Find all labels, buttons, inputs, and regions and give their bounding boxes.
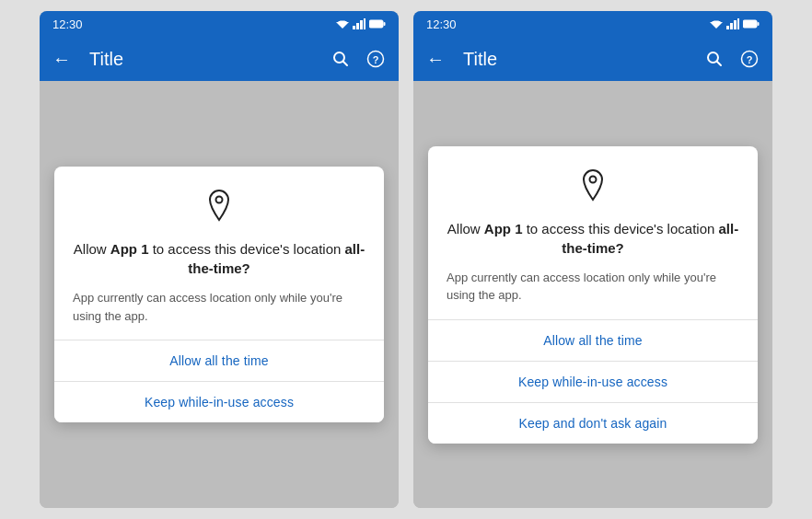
wifi-icon-1 — [336, 18, 349, 29]
dialog-icon-2 — [447, 168, 739, 208]
dialog-title-1: Allow App 1 to access this device's loca… — [73, 239, 365, 278]
dialog-message-1: App currently can access location only w… — [73, 289, 365, 325]
help-icon-1[interactable]: ? — [365, 49, 386, 69]
keep-dont-ask-btn-2[interactable]: Keep and don't ask again — [428, 403, 758, 444]
dialog-actions-1: Allow all the time Keep while-in-use acc… — [54, 340, 384, 422]
content-area-2: Allow App 1 to access this device's loca… — [413, 81, 772, 508]
battery-icon-1 — [369, 19, 386, 29]
dialog-1: Allow App 1 to access this device's loca… — [54, 167, 384, 422]
status-bar-1: 12:30 — [40, 11, 399, 37]
dialog-2: Allow App 1 to access this device's loca… — [428, 146, 758, 444]
svg-rect-22 — [758, 22, 760, 26]
search-icon-1[interactable] — [331, 49, 351, 69]
svg-point-27 — [590, 176, 597, 182]
wifi-icon-2 — [710, 18, 723, 29]
signal-icon-1 — [353, 18, 365, 29]
svg-rect-3 — [353, 26, 355, 29]
svg-text:?: ? — [373, 54, 379, 65]
keep-while-in-use-btn-2[interactable]: Keep while-in-use access — [428, 362, 758, 403]
svg-rect-18 — [730, 23, 733, 29]
dialog-icon-1 — [73, 189, 365, 228]
app-bar-1: ← Title ? — [40, 37, 399, 81]
svg-line-24 — [717, 62, 722, 66]
svg-text:?: ? — [747, 54, 753, 65]
svg-rect-20 — [737, 18, 739, 29]
svg-rect-19 — [734, 20, 737, 29]
svg-rect-5 — [360, 20, 363, 29]
dialog-title-2: Allow App 1 to access this device's loca… — [447, 219, 739, 258]
svg-rect-8 — [384, 22, 386, 26]
allow-all-time-btn-2[interactable]: Allow all the time — [428, 320, 758, 362]
help-icon-2[interactable]: ? — [739, 49, 760, 69]
signal-icon-2 — [726, 18, 739, 29]
search-icon-2[interactable] — [704, 49, 725, 69]
allow-all-time-btn-1[interactable]: Allow all the time — [54, 340, 384, 382]
svg-rect-4 — [356, 23, 359, 29]
dialog-body-2: Allow App 1 to access this device's loca… — [428, 146, 758, 319]
phone-frame-1: 12:30 ← Title — [40, 11, 399, 508]
app-bar-title-2: Title — [463, 49, 686, 70]
app-bar-title-1: Title — [89, 49, 312, 70]
svg-rect-6 — [364, 18, 365, 29]
status-icons-1 — [336, 18, 386, 29]
dialog-message-2: App currently can access location only w… — [447, 269, 739, 305]
status-time-2: 12:30 — [426, 17, 457, 31]
phone-frame-2: 12:30 ← Title — [413, 11, 772, 508]
dialog-body-1: Allow App 1 to access this device's loca… — [54, 167, 384, 340]
app-bar-2: ← Title ? — [413, 37, 772, 81]
back-button-1[interactable]: ← — [52, 49, 71, 70]
status-bar-2: 12:30 — [413, 11, 772, 37]
svg-point-13 — [216, 197, 223, 203]
back-button-2[interactable]: ← — [426, 49, 445, 70]
content-area-1: Allow App 1 to access this device's loca… — [40, 81, 399, 508]
svg-rect-17 — [726, 26, 729, 29]
dialog-actions-2: Allow all the time Keep while-in-use acc… — [428, 319, 758, 444]
svg-line-10 — [343, 62, 348, 66]
battery-icon-2 — [743, 19, 760, 29]
svg-rect-7 — [369, 20, 383, 28]
status-time-1: 12:30 — [52, 17, 83, 31]
status-icons-2 — [710, 18, 760, 29]
app-bar-icons-1: ? — [331, 49, 386, 69]
svg-rect-21 — [743, 20, 757, 28]
app-bar-icons-2: ? — [704, 49, 760, 69]
keep-while-in-use-btn-1[interactable]: Keep while-in-use access — [54, 382, 384, 422]
